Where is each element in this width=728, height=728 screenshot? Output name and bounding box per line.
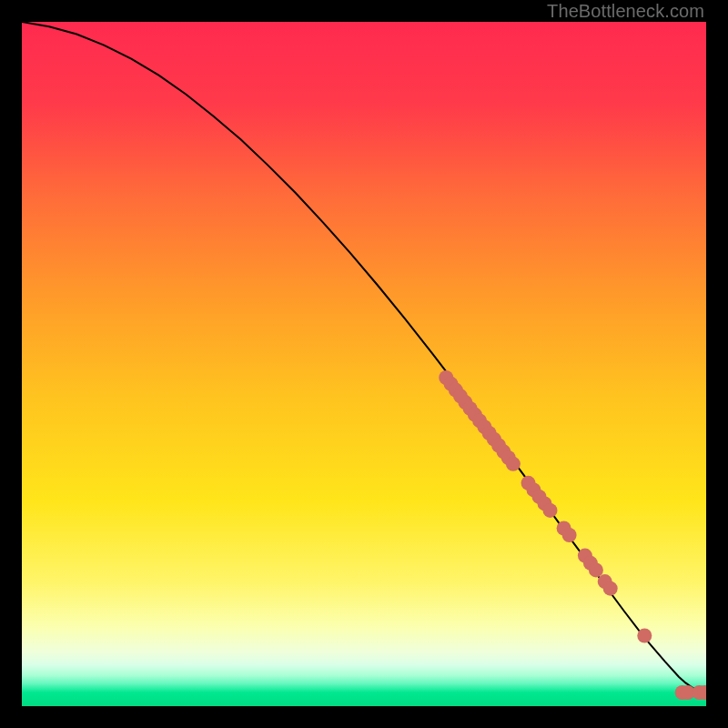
- data-marker: [506, 457, 521, 471]
- chart-stage: TheBottleneck.com: [0, 0, 728, 728]
- data-marker: [603, 581, 618, 596]
- data-marker: [562, 528, 577, 542]
- plot-area: [22, 22, 706, 706]
- curve-layer: [22, 22, 706, 706]
- data-markers: [439, 370, 706, 700]
- watermark-text: TheBottleneck.com: [547, 1, 704, 22]
- data-marker: [543, 503, 558, 518]
- data-marker: [637, 629, 652, 643]
- bottleneck-curve: [22, 22, 706, 693]
- data-marker: [589, 562, 603, 577]
